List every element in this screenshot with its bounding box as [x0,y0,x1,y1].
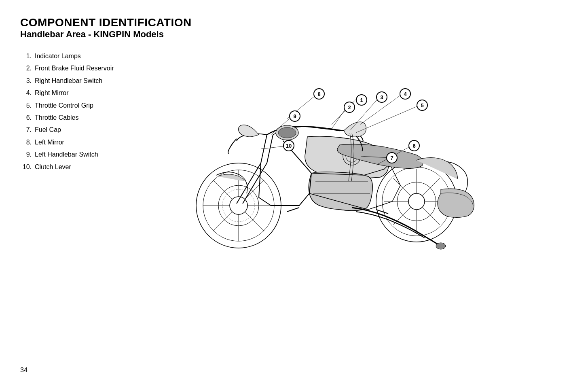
list-item: 9.Left Handlebar Switch [20,150,158,159]
item-label: Front Brake Fluid Reservoir [35,64,114,73]
item-number: 1. [20,52,35,61]
content-area: 1.Indicator Lamps2.Front Brake Fluid Res… [20,48,568,260]
callout-6: 6 [408,140,420,151]
callout-9: 9 [289,110,300,122]
motorcycle-diagram [158,48,489,258]
svg-line-7 [393,178,411,196]
item-label: Throttle Control Grip [35,101,93,110]
component-list: 1.Indicator Lamps2.Front Brake Fluid Res… [20,48,158,175]
item-number: 2. [20,64,35,73]
list-item: 4.Right Mirror [20,89,158,98]
callout-4: 4 [400,88,411,100]
svg-line-36 [287,208,299,212]
list-item: 8.Left Mirror [20,138,158,147]
item-label: Indicator Lamps [35,52,81,61]
item-number: 8. [20,138,35,147]
svg-line-9 [393,207,411,225]
title-sub: Handlebar Area - KINGPIN Models [20,29,568,40]
item-number: 9. [20,150,35,159]
item-label: Right Mirror [35,89,69,98]
svg-line-20 [213,212,232,231]
svg-line-18 [213,180,232,199]
list-item: 5.Throttle Control Grip [20,101,158,110]
title-main: COMPONENT IDENTIFICATION [20,16,568,29]
item-label: Fuel Cap [35,125,61,134]
item-label: Clutch Lever [35,163,71,172]
svg-line-19 [245,212,264,231]
list-item: 1.Indicator Lamps [20,52,158,61]
list-item: 2.Front Brake Fluid Reservoir [20,64,158,73]
item-number: 5. [20,101,35,110]
callout-2: 2 [344,102,355,113]
item-number: 7. [20,125,35,134]
callout-3: 3 [376,91,387,103]
list-item: 6.Throttle Cables [20,113,158,122]
item-number: 3. [20,76,35,85]
callout-1: 1 [356,94,367,106]
list-item: 10.Clutch Lever [20,163,158,172]
list-item: 7.Fuel Cap [20,125,158,134]
callout-10: 10 [283,140,294,151]
item-number: 4. [20,89,35,98]
page-number: 34 [20,367,27,374]
item-label: Right Handlebar Switch [35,76,102,85]
list-item: 3.Right Handlebar Switch [20,76,158,85]
svg-line-10 [422,178,440,196]
item-label: Throttle Cables [35,113,79,122]
svg-line-43 [356,105,420,133]
item-number: 6. [20,113,35,122]
svg-line-25 [267,135,273,163]
svg-line-8 [422,207,440,225]
svg-point-30 [436,243,446,249]
item-label: Left Mirror [35,138,64,147]
svg-line-23 [243,163,267,204]
diagram-area: 12345678910 [158,48,568,260]
page: COMPONENT IDENTIFICATION Handlebar Area … [0,0,588,386]
callout-5: 5 [417,100,428,111]
callout-7: 7 [386,152,398,163]
item-label: Left Handlebar Switch [35,150,98,159]
item-number: 10. [20,163,35,172]
callout-8: 8 [313,88,325,100]
title-section: COMPONENT IDENTIFICATION Handlebar Area … [20,16,568,40]
svg-point-35 [278,127,296,138]
